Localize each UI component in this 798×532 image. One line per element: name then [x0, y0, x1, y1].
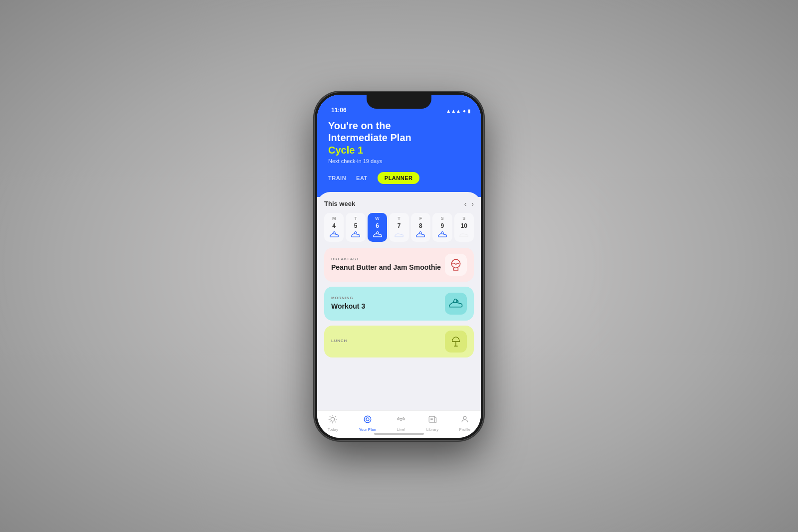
live-icon: [397, 415, 405, 426]
status-icons: ▲▲▲ ● ▮: [446, 108, 471, 114]
day-w6[interactable]: W 6: [368, 213, 387, 242]
breakfast-card-icon: [445, 254, 467, 276]
tab-planner[interactable]: PLANNER: [378, 172, 420, 184]
hero-title: You're on the Intermediate Plan: [328, 120, 470, 144]
tab-nav: TRAIN EAT PLANNER: [317, 172, 481, 184]
days-row: M 4 T 5: [324, 213, 474, 242]
wifi-icon: ●: [463, 108, 466, 114]
hero-subtitle: Next check-in 19 days: [328, 158, 470, 164]
day-m4[interactable]: M 4: [324, 213, 344, 242]
status-time: 11:06: [331, 107, 347, 114]
svg-rect-14: [429, 416, 434, 422]
tab-train[interactable]: TRAIN: [328, 172, 346, 184]
profile-icon: [460, 415, 469, 426]
day-f8[interactable]: F 8: [411, 213, 430, 242]
nav-library-label: Library: [426, 427, 438, 432]
week-nav: ‹ ›: [464, 200, 474, 208]
breakfast-card-text: BREAKFAST Peanut Butter and Jam Smoothie: [331, 257, 441, 272]
day-t5[interactable]: T 5: [346, 213, 365, 242]
signal-icon: ▲▲▲: [446, 108, 461, 114]
nav-profile[interactable]: Profile: [459, 415, 471, 432]
scene: 11:06 ▲▲▲ ● ▮ You're on the Intermediate…: [0, 0, 798, 532]
battery-icon: ▮: [468, 108, 471, 114]
day-s9[interactable]: S 9: [432, 213, 452, 242]
phone-frame: 11:06 ▲▲▲ ● ▮ You're on the Intermediate…: [314, 92, 484, 441]
svg-point-2: [331, 417, 335, 421]
day-t7[interactable]: T 7: [389, 213, 408, 242]
svg-point-18: [463, 416, 466, 419]
content-area: This week ‹ › M 4: [317, 192, 481, 410]
svg-line-7: [330, 416, 331, 417]
week-next-button[interactable]: ›: [471, 200, 474, 208]
nav-live[interactable]: Live!: [397, 415, 405, 432]
day-s10[interactable]: S 10: [454, 213, 474, 242]
your-plan-icon: [363, 415, 372, 426]
svg-marker-15: [434, 416, 436, 422]
tab-eat[interactable]: EAT: [356, 172, 368, 184]
nav-today[interactable]: Today: [328, 415, 338, 432]
morning-workout-card-text: MORNING Workout 3: [331, 296, 365, 311]
lunch-card-text: LUNCH: [331, 339, 347, 345]
svg-line-10: [335, 416, 336, 417]
svg-line-9: [330, 421, 331, 422]
notch: [367, 95, 431, 109]
week-prev-button[interactable]: ‹: [464, 200, 467, 208]
nav-library[interactable]: Library: [426, 415, 438, 432]
nav-profile-label: Profile: [459, 427, 471, 432]
svg-line-8: [335, 421, 336, 422]
today-icon: [328, 415, 337, 426]
workout-card-icon: [445, 293, 467, 315]
library-icon: [428, 415, 437, 426]
nav-today-label: Today: [328, 427, 338, 432]
morning-workout-card[interactable]: MORNING Workout 3: [324, 287, 474, 321]
lunch-card[interactable]: LUNCH: [324, 326, 474, 357]
phone-screen: 11:06 ▲▲▲ ● ▮ You're on the Intermediate…: [317, 95, 481, 438]
lunch-card-icon: [445, 331, 467, 353]
home-indicator: [374, 433, 424, 435]
nav-your-plan[interactable]: Your Plan: [359, 415, 376, 432]
breakfast-card[interactable]: BREAKFAST Peanut Butter and Jam Smoothie: [324, 248, 474, 282]
svg-point-13: [400, 418, 402, 420]
week-label: This week: [324, 200, 355, 207]
nav-your-plan-label: Your Plan: [359, 427, 376, 432]
hero-cycle: Cycle 1: [328, 145, 470, 156]
nav-live-label: Live!: [397, 427, 405, 432]
svg-point-11: [364, 416, 371, 423]
week-header: This week ‹ ›: [324, 200, 474, 208]
